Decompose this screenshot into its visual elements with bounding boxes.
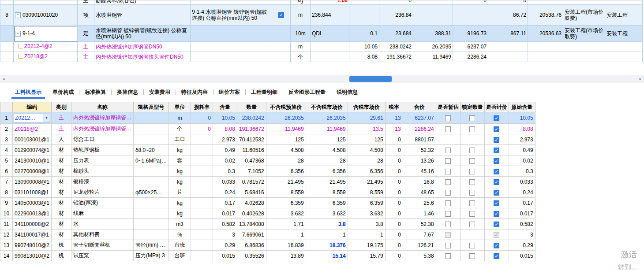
detail-cell-spec[interactable]: [133, 219, 168, 229]
bill-cell-qty[interactable]: 191.36672: [379, 52, 413, 62]
detail-cell-orig[interactable]: 0.24: [509, 187, 535, 198]
bill-cell-cat[interactable]: 主: [78, 42, 94, 52]
checkbox[interactable]: [494, 148, 499, 153]
detail-cell-unit[interactable]: 台班: [168, 240, 191, 251]
detail-cell-orig[interactable]: 0.3: [509, 166, 535, 177]
detail-cell-price[interactable]: [484, 166, 509, 177]
bill-cell-chk[interactable]: [272, 5, 291, 26]
detail-cell-content[interactable]: 2.973: [213, 134, 237, 145]
detail-cell-total[interactable]: 52.32: [403, 145, 436, 155]
bill-cell-cprice[interactable]: [488, 52, 528, 62]
detail-cell-gu[interactable]: [436, 112, 460, 124]
detail-cell-spec[interactable]: [133, 177, 168, 187]
detail-cell-name[interactable]: 水: [71, 219, 133, 229]
col-header-category[interactable]: 类别: [51, 102, 71, 112]
checkbox[interactable]: [445, 200, 451, 206]
bill-cell-code[interactable]: [14, 0, 78, 5]
detail-cell-rate[interactable]: 0: [385, 251, 403, 261]
detail-cell-unit[interactable]: kg: [168, 145, 191, 155]
detail-cell-price[interactable]: [484, 229, 509, 240]
detail-cell-content[interactable]: 0.24: [213, 187, 237, 198]
detail-cell-price[interactable]: [484, 240, 509, 251]
detail-cell-cat[interactable]: 人: [51, 134, 71, 145]
tab-9[interactable]: 说明信息: [333, 85, 361, 99]
detail-cell-budget[interactable]: 6.356: [266, 166, 306, 177]
detail-cell-qty[interactable]: 0.47368: [237, 155, 266, 166]
detail-cell-total[interactable]: 8801.57: [403, 134, 436, 145]
bill-cell-total[interactable]: [453, 5, 488, 26]
col-header-is-priced[interactable]: 是否计价: [484, 102, 509, 112]
bill-cell-expr[interactable]: QDL: [311, 26, 349, 42]
chevron-down-icon[interactable]: ▼: [43, 114, 50, 122]
bill-cell-expr[interactable]: 1.08: [311, 0, 349, 5]
detail-cell-content[interactable]: 0.017: [213, 208, 237, 219]
detail-cell-qty[interactable]: 4.02628: [237, 198, 266, 208]
bill-cell-price[interactable]: 26.2035: [413, 42, 453, 52]
bill-cell-price[interactable]: [413, 5, 453, 26]
detail-cell-unit[interactable]: %: [168, 229, 191, 240]
tab-8[interactable]: 反查图形工程量: [285, 85, 329, 99]
bill-cell-cat[interactable]: 项: [78, 5, 94, 26]
detail-cell-total[interactable]: 2286.24: [403, 124, 436, 134]
detail-cell-rate[interactable]: 0: [385, 198, 403, 208]
detail-cell-qty[interactable]: 7.1052: [237, 166, 266, 177]
detail-cell-num[interactable]: 10: [0, 208, 13, 219]
detail-cell-spec[interactable]: 压力(MPa) 3: [133, 251, 168, 261]
detail-cell-orig[interactable]: 0.033: [509, 177, 535, 187]
checkbox[interactable]: [469, 148, 475, 153]
detail-cell-unit[interactable]: m: [168, 112, 191, 124]
detail-cell-name[interactable]: 管子切断套丝机: [71, 240, 133, 251]
detail-cell-cat[interactable]: 材: [51, 166, 71, 177]
bill-cell-desc[interactable]: [191, 26, 272, 42]
tab-7[interactable]: 工程量明细: [247, 85, 281, 99]
detail-cell-price[interactable]: [484, 208, 509, 219]
detail-cell-rate[interactable]: 0: [385, 240, 403, 251]
detail-cell-num[interactable]: 3: [0, 134, 13, 145]
corner-header[interactable]: [0, 102, 13, 112]
detail-cell-lock[interactable]: [460, 251, 484, 261]
detail-cell-orig[interactable]: 3: [509, 229, 535, 240]
detail-cell-code[interactable]: 022700008@1: [13, 166, 52, 177]
checkbox[interactable]: [278, 12, 284, 18]
bill-cell-unit[interactable]: 个: [291, 52, 311, 62]
bill-cell-total[interactable]: 6237.07: [453, 42, 488, 52]
detail-cell-content[interactable]: 0.582: [213, 219, 237, 229]
bill-cell-price[interactable]: [413, 0, 453, 5]
detail-cell-orig[interactable]: 8.08: [509, 124, 535, 134]
checkbox[interactable]: [469, 179, 475, 185]
bill-cell-spec[interactable]: 安装工程: [605, 26, 643, 42]
checkbox[interactable]: [469, 190, 475, 196]
detail-cell-gu[interactable]: [436, 240, 460, 251]
detail-cell-spec[interactable]: [133, 124, 168, 134]
detail-cell-tax[interactable]: 21.495: [348, 177, 385, 187]
detail-cell-num[interactable]: 11: [0, 219, 13, 229]
detail-cell-lock[interactable]: [460, 134, 484, 145]
bill-cell-chk[interactable]: [272, 0, 291, 5]
bill-cell-desc[interactable]: 9-1-4:水喷淋钢管 镀锌钢管(螺纹连接) 公称直径(mm以内) 50: [191, 5, 272, 26]
collapse-icon[interactable]: −: [15, 12, 21, 18]
detail-cell-gu[interactable]: [436, 155, 460, 166]
detail-cell-price[interactable]: [484, 219, 509, 229]
detail-cell-qty[interactable]: 0.402628: [237, 208, 266, 219]
bill-cell-num[interactable]: [0, 26, 14, 42]
checkbox[interactable]: [469, 243, 475, 248]
bill-cell-qty[interactable]: 23.684: [379, 26, 413, 42]
detail-cell-name[interactable]: 银粉漆: [71, 177, 133, 187]
detail-cell-budget[interactable]: 1: [266, 229, 306, 240]
detail-cell-num[interactable]: 2: [0, 124, 13, 134]
detail-cell-qty[interactable]: 238.0242: [237, 112, 266, 124]
detail-cell-name[interactable]: 铅油(厚漆): [71, 198, 133, 208]
detail-cell-gu[interactable]: [436, 124, 460, 134]
detail-cell-rate[interactable]: 0: [385, 145, 403, 155]
bill-cell-fee[interactable]: [563, 42, 605, 52]
detail-cell-rate[interactable]: 0: [385, 208, 403, 219]
detail-cell-lock[interactable]: [460, 198, 484, 208]
bill-cell-spec[interactable]: 安装工程: [605, 5, 643, 26]
col-header-quantity[interactable]: 数量: [237, 102, 266, 112]
detail-cell-content[interactable]: 3: [213, 229, 237, 240]
bill-cell-fee[interactable]: [563, 0, 605, 5]
bill-cell-expr[interactable]: [311, 52, 349, 62]
col-header-unit[interactable]: 单位: [168, 102, 191, 112]
detail-cell-loss[interactable]: 0: [191, 112, 213, 124]
bill-cell-ctotal[interactable]: 20538.76: [528, 5, 563, 26]
